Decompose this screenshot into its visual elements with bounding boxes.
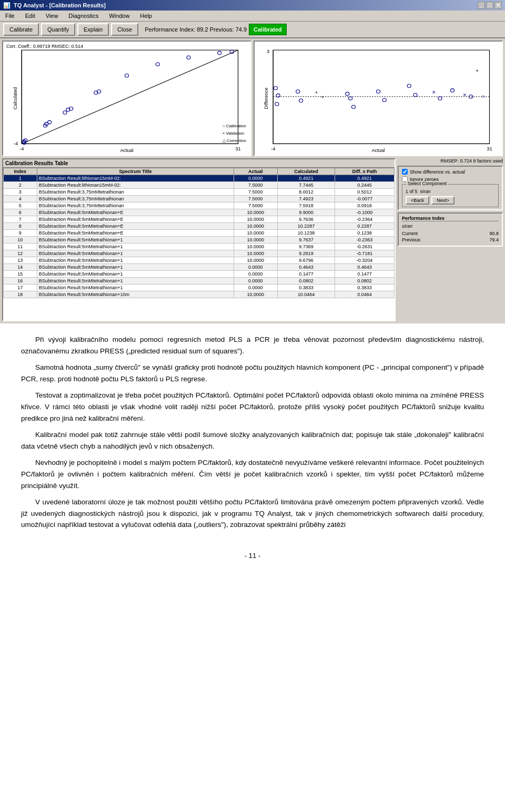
results-table: Index Spectrum Title Actual Calculated D… [3,168,395,298]
perf-index-title: Performance Index [402,216,499,221]
difference-chart-svg: -4 31 3 + + + [255,42,502,155]
nav-buttons: <Back Next> [406,196,495,205]
table-row[interactable]: 17 BSubtraction Result:5mMtetrathionan+1… [4,285,395,291]
cell-title: BSubtraction Result:5mMtetrathionan+1 [37,278,234,285]
cell-index: 15 [4,271,37,278]
table-row[interactable]: 6 BSubtraction Result:5mMtetrathionan+E … [4,209,395,216]
cell-actual: 10.0000 [234,209,278,216]
table-row[interactable]: 2 BSubtraction Result:lithionan15mM-02: … [4,182,395,189]
main-area: Corr. Coeff.: 0.99719 RMSEC: 0.514 Calcu… [0,38,505,323]
cell-index: 11 [4,243,37,250]
cell-title: BSubtraction Result:5mMtetrathionan+1 [37,243,234,250]
cell-diff: -0.7181 [335,250,395,257]
cell-title: BSubtraction Result:5mMtetrathionan+10m [37,291,234,298]
table-row[interactable]: 7 BSubtraction Result:5mMtetrathionan+E … [4,216,395,223]
cell-actual: 10.0000 [234,291,278,298]
cell-title: BSubtraction Result:5mMtetrathionan+E [37,216,234,223]
perf-previous-value: 79.4 [489,237,499,242]
cell-title: BSubtraction Result:5mMtetrathionan+1 [37,264,234,271]
calibrate-button[interactable]: Calibrate [3,23,39,36]
table-scrollable[interactable]: Index Spectrum Title Actual Calculated D… [3,168,395,320]
perf-current-value: 90.8 [489,231,499,236]
title-bar: 📊 TQ Analyst - [Calibration Results] _ □… [0,0,505,11]
cell-index: 6 [4,209,37,216]
close-button[interactable]: ✕ [494,2,502,9]
cell-diff: 0.2287 [335,223,395,230]
cell-actual: 7.5000 [234,182,278,189]
component-value: 1 of 5 síran [406,189,495,194]
cell-actual: 10.0000 [234,230,278,237]
cell-actual: 0.0000 [234,271,278,278]
cell-title: BSubtraction Result:5mMtetrathionan+E [37,230,234,237]
perf-current-row: Current 90.8 [402,231,499,236]
cell-diff: 0.0464 [335,291,395,298]
cell-index: 17 [4,285,37,291]
cell-index: 1 [4,175,37,182]
cell-calculated: 9.7636 [277,216,335,223]
table-row[interactable]: 8 BSubtraction Result:5mMtetrathionan+E … [4,223,395,230]
cell-diff: 0.0802 [335,278,395,285]
cell-calculated: 9.7369 [277,243,335,250]
cell-index: 16 [4,278,37,285]
window-icon: 📊 [3,2,11,9]
col-spectrum-title: Spectrum Title [37,168,234,175]
minimize-button[interactable]: _ [478,2,485,9]
next-button[interactable]: Next> [431,196,454,205]
table-row[interactable]: 13 BSubtraction Result:5mMtetrathionan+1… [4,257,395,264]
show-diff-checkbox[interactable] [402,169,408,175]
cell-calculated: 0.1477 [277,271,335,278]
cell-index: 3 [4,189,37,196]
back-button[interactable]: <Back [406,196,429,205]
close-button-toolbar[interactable]: Close [111,23,138,36]
performance-index-group: Performance Index síran Current 90.8 Pre… [398,212,503,247]
cell-title: BSubtraction Result:5mMtetrathionan+1 [37,237,234,243]
cell-index: 8 [4,223,37,230]
cell-diff: 0.1477 [335,271,395,278]
maximize-button[interactable]: □ [486,2,493,9]
cell-actual: 0.0000 [234,264,278,271]
table-row[interactable]: 1 BSubtraction Result:lithionan15mM-02: … [4,175,395,182]
menu-view[interactable]: View [43,12,62,20]
table-row[interactable]: 16 BSubtraction Result:5mMtetrathionan+1… [4,278,395,285]
cell-diff: -0.1000 [335,209,395,216]
table-row[interactable]: 5 BSubtraction Result:3,75mMtetrathionan… [4,202,395,209]
cell-calculated: 0.3833 [277,285,335,291]
table-row[interactable]: 15 BSubtraction Result:5mMtetrathionan+1… [4,271,395,278]
svg-text:×: × [463,92,467,97]
cell-diff: 0.3833 [335,285,395,291]
menu-window[interactable]: Window [106,12,133,20]
cell-diff: -0.2363 [335,237,395,243]
table-row[interactable]: 3 BSubtraction Result:3,75mMtetrathionan… [4,189,395,196]
menu-file[interactable]: File [2,12,18,20]
cell-title: BSubtraction Result:lithionan15mM-02: [37,175,234,182]
table-row[interactable]: 12 BSubtraction Result:5mMtetrathionan+1… [4,250,395,257]
svg-text:+: + [315,90,318,96]
cell-diff: 0.1238 [335,230,395,237]
menu-diagnostics[interactable]: Diagnostics [65,12,102,20]
cell-calculated: 9.6796 [277,257,335,264]
table-row[interactable]: 18 BSubtraction Result:5mMtetrathionan+1… [4,291,395,298]
cell-actual: 7.5000 [234,196,278,202]
table-row[interactable]: 11 BSubtraction Result:5mMtetrathionan+1… [4,243,395,250]
cell-actual: 10.0000 [234,216,278,223]
perf-previous-row: Previous 79.4 [402,237,499,242]
table-row[interactable]: 10 BSubtraction Result:5mMtetrathionan+1… [4,237,395,243]
cell-index: 9 [4,230,37,237]
col-index: Index [4,168,37,175]
svg-text:○: ○ [481,93,485,99]
calibration-chart-svg: -4 31 -4 [3,42,250,155]
cell-calculated: 7.5918 [277,202,335,209]
table-row[interactable]: 9 BSubtraction Result:5mMtetrathionan+E … [4,230,395,237]
cell-index: 10 [4,237,37,243]
text-content: Při vývoji kalibračního modelu pomocí re… [0,323,505,546]
table-row[interactable]: 14 BSubtraction Result:5mMtetrathionan+1… [4,264,395,271]
charts-row: Corr. Coeff.: 0.99719 RMSEC: 0.514 Calcu… [2,40,503,156]
explain-button[interactable]: Explain [77,23,109,36]
menu-help[interactable]: Help [137,12,155,20]
quantify-button[interactable]: Quantify [41,23,75,36]
menu-edit[interactable]: Edit [22,12,38,20]
paragraph-4: Kalibrační model pak totiž zahrnuje stál… [21,429,484,452]
table-row[interactable]: 4 BSubtraction Result:3,75mMtetrathionan… [4,196,395,202]
cell-diff: 0.4921 [335,175,395,182]
cell-diff: 0.4643 [335,264,395,271]
